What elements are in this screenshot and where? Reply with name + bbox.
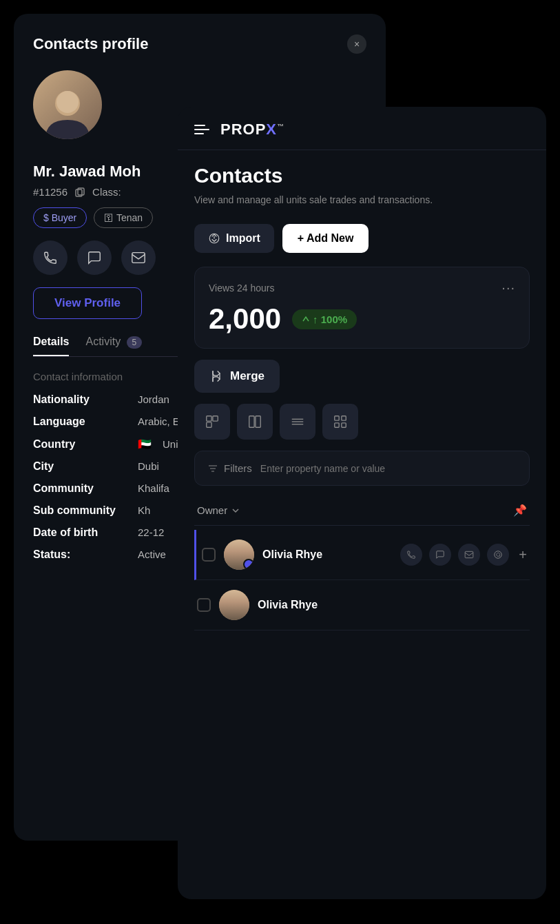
- email-icon: [464, 550, 474, 559]
- filter-bar: Filters: [194, 451, 530, 486]
- view-toggle-row: [194, 404, 530, 440]
- merge-button[interactable]: Merge: [194, 360, 280, 393]
- merge-icon: [209, 369, 223, 383]
- trend-up-icon: [302, 315, 310, 323]
- hamburger-line-1: [194, 125, 205, 126]
- front-content: Contacts View and manage all units sale …: [178, 150, 546, 644]
- phone-icon: [43, 250, 58, 265]
- hamburger-menu[interactable]: [194, 125, 209, 134]
- person-silhouette: [40, 84, 95, 139]
- svg-point-22: [495, 551, 502, 559]
- contact-phone-button[interactable]: [400, 544, 422, 566]
- svg-rect-15: [342, 416, 346, 420]
- contact-list-item-2: Olivia Rhye: [194, 580, 530, 630]
- sort-down-icon: [231, 506, 240, 515]
- community-value: Khalifa: [138, 482, 169, 494]
- contact-id: #11256: [33, 186, 68, 198]
- view-icon-4: [333, 414, 348, 429]
- view-icon-3: [290, 414, 305, 429]
- sub-community-value: Kh: [138, 504, 150, 516]
- stats-label: Views 24 hours: [209, 283, 274, 294]
- contact-chat-button[interactable]: [429, 544, 451, 566]
- contact-checkbox-2[interactable]: [197, 598, 211, 612]
- phone-icon: [406, 550, 416, 559]
- owner-label: Owner: [197, 504, 240, 516]
- view-toggle-1[interactable]: [194, 404, 230, 440]
- svg-rect-16: [335, 423, 339, 427]
- status-value: Active: [138, 548, 166, 560]
- back-card-title: Contacts profile: [33, 35, 148, 53]
- view-toggle-2[interactable]: [237, 404, 273, 440]
- svg-rect-10: [256, 416, 260, 428]
- close-button[interactable]: ×: [347, 34, 366, 54]
- view-toggle-3[interactable]: [280, 404, 315, 440]
- more-options-button[interactable]: ···: [501, 280, 515, 296]
- svg-rect-21: [465, 551, 473, 557]
- buyer-tag: $ Buyer: [33, 207, 87, 228]
- contact-avatar: [224, 540, 254, 570]
- owner-row: Owner 📌: [194, 495, 530, 526]
- chat-icon: [87, 250, 102, 265]
- svg-point-1: [56, 91, 79, 113]
- dob-value: 22-12: [138, 526, 164, 538]
- city-value: Dubi: [138, 460, 159, 472]
- sub-community-label: Sub community: [33, 504, 129, 517]
- contact-add-button[interactable]: +: [519, 547, 527, 563]
- contact-avatar-2: [219, 590, 249, 620]
- phone-button[interactable]: [33, 240, 68, 275]
- svg-rect-4: [132, 253, 145, 263]
- back-card-header: Contacts profile ×: [33, 34, 366, 54]
- add-new-button[interactable]: + Add New: [282, 224, 369, 253]
- svg-rect-8: [207, 422, 211, 427]
- view-toggle-4[interactable]: [322, 404, 358, 440]
- propx-card: PROPX™ Contacts View and manage all unit…: [178, 107, 546, 899]
- svg-rect-9: [249, 416, 254, 428]
- svg-rect-14: [335, 416, 339, 420]
- email-button[interactable]: [121, 240, 156, 275]
- svg-rect-7: [213, 416, 218, 421]
- stats-row: 2,000 ↑ 100%: [209, 302, 515, 336]
- chat-icon: [435, 550, 445, 559]
- community-label: Community: [33, 482, 129, 495]
- view-profile-button[interactable]: View Profile: [33, 287, 142, 319]
- language-value: Arabic, E: [138, 415, 180, 427]
- action-buttons: Import + Add New: [194, 224, 530, 253]
- country-label: Country: [33, 438, 129, 451]
- filter-icon: [207, 463, 218, 474]
- pin-icon[interactable]: 📌: [513, 504, 527, 517]
- nationality-label: Nationality: [33, 393, 129, 406]
- tab-activity[interactable]: Activity 5: [85, 336, 142, 356]
- contact-list-item: Olivia Rhye: [194, 530, 530, 580]
- filter-input[interactable]: [260, 463, 517, 474]
- avatar: [33, 70, 102, 139]
- svg-rect-17: [342, 423, 346, 427]
- contact-email-button[interactable]: [458, 544, 480, 566]
- tenant-tag: ⚿ Tenan: [94, 207, 153, 228]
- contact-class: Class:: [92, 186, 121, 198]
- hamburger-line-3: [194, 133, 204, 134]
- import-icon: [208, 232, 220, 245]
- tab-details[interactable]: Details: [33, 336, 69, 356]
- stats-badge: ↑ 100%: [292, 309, 357, 329]
- page-subtitle: View and manage all units sale trades an…: [194, 193, 530, 207]
- view-icon-1: [205, 414, 220, 429]
- contact-name-2: Olivia Rhye: [258, 599, 527, 611]
- copy-icon[interactable]: [74, 187, 85, 198]
- nationality-value: Jordan: [138, 393, 169, 405]
- hamburger-line-2: [194, 129, 209, 130]
- chat-button[interactable]: [77, 240, 112, 275]
- stats-card: Views 24 hours ··· 2,000 ↑ 100%: [194, 267, 530, 349]
- contact-checkbox[interactable]: [202, 548, 216, 562]
- contact-name-1: Olivia Rhye: [262, 548, 392, 561]
- status-label: Status:: [33, 548, 129, 561]
- avatar-badge: [243, 559, 254, 570]
- city-label: City: [33, 460, 129, 473]
- dob-label: Date of birth: [33, 526, 129, 539]
- contact-actions: +: [400, 544, 527, 566]
- country-flag: 🇦🇪: [138, 438, 152, 451]
- stats-value: 2,000: [209, 302, 281, 336]
- contact-whatsapp-button[interactable]: [487, 544, 509, 566]
- activity-badge: 5: [127, 336, 143, 349]
- import-button[interactable]: Import: [194, 224, 274, 253]
- language-label: Language: [33, 415, 129, 428]
